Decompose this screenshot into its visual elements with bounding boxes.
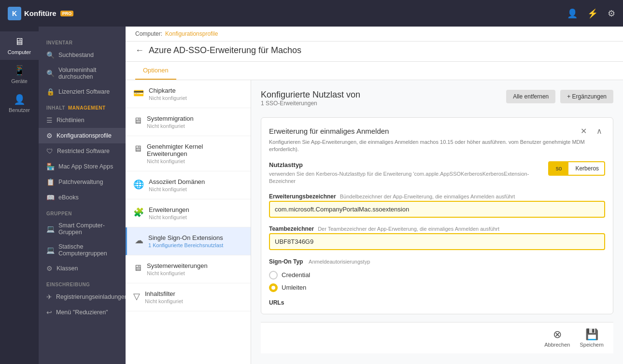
sidebar-item-smart[interactable]: 💻 Smart Computer-Gruppen [39,218,126,239]
detail-title: Konfigurierte Nutzlast von [261,90,360,100]
extension-id-input[interactable] [269,201,605,218]
systemmigration-subtitle: Nicht konfiguriet [147,123,194,129]
sso-icon: ☁ [135,235,143,246]
nav-tabs: 🖥 Computer 📱 Geräte 👤 Benutzer [0,27,39,364]
user-icon[interactable]: 👤 [567,8,578,19]
topbar: K Konfitüre PRO 👤 ⚡ ⚙ [0,0,623,27]
ebooks-icon: 📖 [46,194,55,201]
extension-id-label: Erweiterungsbezeichner [269,193,336,200]
radio-umleiten-label: Umleiten [282,284,306,291]
systemerweiterungen-subtitle: Nicht konfiguriet [147,270,208,276]
sidebar-section-gruppen: GRUPPEN [39,205,126,218]
breadcrumb-link[interactable]: Konfigurationsprofile [165,30,218,37]
logo-text: Konfitüre [24,9,57,17]
payload-item-inhaltsfilter[interactable]: ▽ Inhaltsfilter Nicht konfiguriet [126,283,251,311]
save-button[interactable]: 💾 Speichern [580,328,604,348]
collapse-button[interactable]: ∧ [594,126,605,137]
nav-tab-benutzer-label: Benutzer [9,107,30,113]
smart-groups-icon: 💻 [46,225,55,233]
payload-type-hint: verwenden Sie den Kerberos-Nutzlasttyp f… [269,170,548,185]
sidebar-item-klassen[interactable]: ⚙ Klassen [39,261,126,276]
inhaltsfilter-icon: ▽ [133,291,140,302]
team-id-row: Teambezeichner Der Teambezeichner der Ap… [269,225,605,250]
sidebar-item-suchbestand[interactable]: 🔍 Suchbestand [39,47,126,63]
genehmigter-subtitle: Nicht konfiguriet [147,158,243,164]
radio-credential-circle [269,271,278,280]
sidebar: INVENTAR 🔍 Suchbestand 🔍 Volumeninhalt d… [39,27,126,364]
sidebar-item-registrierung[interactable]: ✈ Registrierungseinladungen [39,289,126,305]
geraete-icon: 📱 [14,65,26,76]
sidebar-item-statisch[interactable]: 💻 Statische Computergruppen [39,239,126,261]
sign-on-type-row: Sign-On Typ Anmeldeautorisierungstyp [269,258,605,265]
sidebar-section-einschreibung: EINSCHREIBUNG [39,276,126,289]
team-id-input[interactable] [269,233,605,250]
toggle-kerberos[interactable]: Kerberos [568,162,605,175]
search-icon: 🔍 [46,51,55,59]
app-logo: K Konfitüre PRO [8,7,73,20]
payload-item-genehmigter[interactable]: 🖥 Genehmigter Kernel Erweiterungen Nicht… [126,136,251,171]
content-area: Computer: Konfigurationsprofile ← Azure … [126,27,623,364]
computer-icon: 🖥 [14,36,24,47]
radio-umleiten-circle [269,283,278,292]
gear-icon[interactable]: ⚙ [608,8,615,19]
radio-credential[interactable]: Credential [269,271,605,280]
close-button[interactable]: ✕ [578,126,590,137]
detail-panel: Konfigurierte Nutzlast von 1 SSO-Erweite… [251,80,623,364]
toggle-so[interactable]: so [549,162,569,175]
sidebar-item-konfigprofile[interactable]: ⚙ Konfigurationsprofile [39,128,126,143]
payload-item-systemmigration[interactable]: 🖥 Systemmigration Nicht konfiguriet [126,108,251,136]
ext-card-actions: ✕ ∧ [578,126,605,137]
cancel-icon: ⊗ [553,328,562,341]
flash-icon[interactable]: ⚡ [587,8,598,19]
cancel-button[interactable]: ⊗ Abbrechen [544,328,570,348]
assoziiert-subtitle: Nicht konfiguriet [149,186,205,192]
page-header: ← Azure AD-SSO-Erweiterung für Machos [126,42,623,62]
breadcrumb: Computer: Konfigurationsprofile [126,27,623,42]
volume-search-icon: 🔍 [46,70,55,77]
extension-id-hint: Bündelbezeichner der App-Erweiterung, di… [340,194,515,199]
assoziiert-icon: 🌐 [133,179,144,190]
remove-all-button[interactable]: Alle entfernen [506,90,555,103]
sidebar-item-patchverwaltung[interactable]: 📋 Patchverwaltung [39,174,126,190]
sidebar-item-richtlinien[interactable]: ☰ Richtlinien [39,112,126,128]
nav-tab-benutzer[interactable]: 👤 Benutzer [0,89,39,118]
sidebar-item-appstore[interactable]: 🏪 Mac App Store Apps [39,159,126,174]
payload-type-label: Nutzlasttyp [269,161,548,168]
save-icon: 💾 [585,328,598,341]
sso-title: Single Sign-On Extensions [148,234,223,241]
payload-type-row: Nutzlasttyp verwenden Sie den Kerberos-N… [269,161,605,185]
registrierung-icon: ✈ [46,293,52,301]
payload-item-sso[interactable]: ☁ Single Sign-On Extensions 1 Konfigurie… [126,227,251,255]
tabs-bar: Optionen [126,62,623,80]
genehmigter-title: Genehmigter Kernel Erweiterungen [147,143,243,157]
nav-tab-geraete-label: Geräte [11,78,28,84]
sidebar-item-menue[interactable]: ↩ Menü "Reduzieren" [39,305,126,320]
genehmigter-icon: 🖥 [133,144,142,154]
payload-type-toggle[interactable]: so Kerberos [548,161,605,176]
tab-optionen[interactable]: Optionen [135,62,176,80]
team-id-hint: Der Teambezeichner der App-Erweiterung, … [318,226,499,232]
split-pane: 💳 Chipkarte Nicht konfiguriet 🖥 Systemmi… [126,80,623,364]
radio-group-signon: Credential Umleiten [269,271,605,292]
nav-tab-computer[interactable]: 🖥 Computer [0,31,39,60]
menue-icon: ↩ [46,308,52,316]
payload-item-erweiterungen[interactable]: 🧩 Erweiterungen Nicht konfiguriet [126,199,251,227]
sidebar-item-ebooks[interactable]: 📖 eBooks [39,190,126,205]
back-button[interactable]: ← [135,45,144,56]
appstore-icon: 🏪 [46,163,55,170]
klassen-icon: ⚙ [46,265,53,272]
sidebar-item-restricted[interactable]: 🛡 Restricted Software [39,143,126,159]
payload-item-chipkarte[interactable]: 💳 Chipkarte Nicht konfiguriet [126,80,251,108]
nav-tab-geraete[interactable]: 📱 Geräte [0,60,39,89]
add-button[interactable]: + Ergänzungen [560,90,613,103]
detail-subtitle: 1 SSO-Erweiterungen [261,100,360,107]
sidebar-item-lizenziert[interactable]: 🔒 Lizenziert Software [39,84,126,99]
radio-umleiten[interactable]: Umleiten [269,283,605,292]
static-groups-icon: 💻 [46,246,55,254]
logo-icon: K [8,7,21,20]
sidebar-item-volumen[interactable]: 🔍 Volumeninhalt durchsuchen [39,63,126,84]
team-id-label: Teambezeichner [269,225,314,232]
payload-item-systemerweiterungen[interactable]: 🖥 Systemerweiterungen Nicht konfiguriet [126,255,251,283]
detail-header: Konfigurierte Nutzlast von 1 SSO-Erweite… [261,90,613,114]
payload-item-assoziiert[interactable]: 🌐 Assoziiert Domänen Nicht konfiguriet [126,171,251,199]
